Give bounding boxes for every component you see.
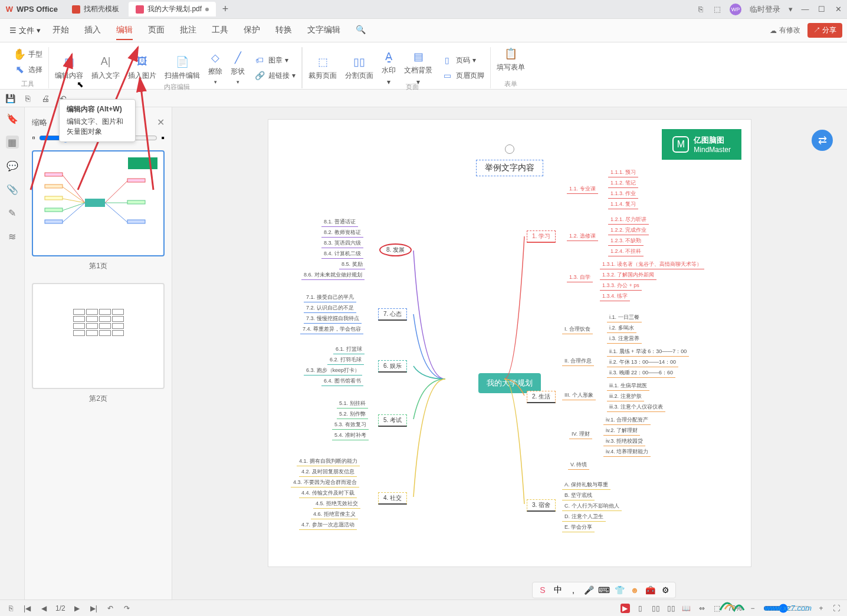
leaf-8-2[interactable]: 8.2. 教师资格证 <box>321 228 363 238</box>
select-tool[interactable]: ⬉选择 <box>13 62 42 77</box>
export-button[interactable]: ⎘ <box>22 93 33 104</box>
leaf-2-3-3[interactable]: iii.3. 注意个人仪容仪表 <box>607 403 665 412</box>
hand-tool[interactable]: ✋手型 <box>13 47 42 61</box>
ime-icon[interactable]: 中 <box>553 585 563 595</box>
leaf-1-2-1[interactable]: 1.2.1. 尽力听讲 <box>608 215 649 225</box>
signature-icon[interactable]: ✎ <box>6 206 19 219</box>
view-two-icon[interactable]: ▯▯ <box>667 604 676 613</box>
leaf-2-1[interactable]: I. 合理饮食 <box>562 325 593 334</box>
thumbnail-page-2[interactable] <box>32 283 165 389</box>
leaf-2-1-3[interactable]: i.3. 注意营养 <box>607 334 642 344</box>
panel-close-icon[interactable]: ✕ <box>157 117 165 128</box>
leaf-2-3-2[interactable]: iii.2. 注意护肤 <box>607 392 644 401</box>
leaf-8-3[interactable]: 8.3. 英语四六级 <box>321 239 363 248</box>
scan-edit-button[interactable]: 📄扫描件编辑 <box>165 55 200 81</box>
zoom-in-thumb-icon[interactable]: ▪ <box>161 133 165 143</box>
tab-convert[interactable]: 转换 <box>275 21 292 40</box>
leaf-5-1[interactable]: 5.1. 别挂科 <box>337 399 368 409</box>
tab-edit[interactable]: 编辑 <box>116 21 133 40</box>
leaf-1-1-2[interactable]: 1.1.2. 笔记 <box>608 179 638 188</box>
tab-templates[interactable]: 找稻壳模板 <box>65 2 126 17</box>
leaf-2-1-2[interactable]: i.2. 多喝水 <box>607 324 636 333</box>
leaf-2-3[interactable]: III. 个人形象 <box>562 391 596 400</box>
leaf-2-3-1[interactable]: iii.1. 生病早就医 <box>607 381 649 391</box>
leaf-4-3[interactable]: 4.3. 不要因为迎合群而迎合 <box>291 478 359 487</box>
has-changes[interactable]: ☁ 有修改 <box>770 25 800 35</box>
leaf-8-1[interactable]: 8.1. 普通话证 <box>321 218 358 227</box>
leaf-3-2[interactable]: B. 坚守底线 <box>562 491 595 500</box>
mindmap-root[interactable]: 我的大学规划 <box>478 373 541 393</box>
gear-icon[interactable]: ⚙ <box>660 585 671 595</box>
leaf-1-2-2[interactable]: 1.2.2. 完成作业 <box>608 226 649 235</box>
page-number-button[interactable]: ▯页码▾ <box>441 53 484 67</box>
leaf-1-3-2[interactable]: 1.3.2. 了解国内外新闻 <box>600 271 656 280</box>
leaf-4-4[interactable]: 4.4. 传输文件及时下载 <box>299 489 357 498</box>
nav-prev-page[interactable]: ◀ <box>39 604 48 613</box>
view-cont-icon[interactable]: ▯▯ <box>651 604 661 613</box>
sogou-icon[interactable]: S <box>537 585 548 595</box>
bookmark-icon[interactable]: 🔖 <box>6 112 19 125</box>
leaf-2-5[interactable]: V. 待填 <box>568 460 589 470</box>
maximize-button[interactable]: ☐ <box>818 5 826 14</box>
example-text-box[interactable]: 举例文字内容 <box>476 160 543 176</box>
share-button[interactable]: ↗ 分享 <box>807 23 842 38</box>
layers-icon[interactable]: ≋ <box>6 230 19 243</box>
leaf-6-2[interactable]: 6.2. 打羽毛球 <box>327 355 364 365</box>
tab-annotate[interactable]: 批注 <box>180 21 196 40</box>
leaf-2-4-2[interactable]: iv.2. 了解理财 <box>603 426 640 436</box>
insert-text-button[interactable]: A|插入文字 <box>91 55 120 81</box>
zoom-out-thumb-icon[interactable]: ▫ <box>32 133 35 143</box>
leaf-1-3-1[interactable]: 1.3.1. 读名著（鬼谷子、高情商聊天术等） <box>600 260 704 269</box>
leaf-1-3[interactable]: 1.3. 自学 <box>567 273 593 282</box>
nav-back-icon[interactable]: ↶ <box>106 604 115 613</box>
crop-page-button[interactable]: ⬚裁剪页面 <box>308 55 337 81</box>
view-single-icon[interactable]: ▯ <box>636 604 645 613</box>
leaf-4-2[interactable]: 4.2. 及时回复朋友信息 <box>299 467 357 477</box>
nav-fwd-icon[interactable]: ↷ <box>122 604 132 613</box>
attachment-icon[interactable]: 📎 <box>6 183 19 196</box>
leaf-4-6[interactable]: 4.6. 拒绝官僚主义 <box>311 510 358 519</box>
floating-action-button[interactable]: ⇄ <box>812 130 833 151</box>
node-3[interactable]: 3. 宿舍 <box>527 499 556 512</box>
leaf-3-4[interactable]: D. 注意个人卫生 <box>562 512 606 522</box>
leaf-6-1[interactable]: 6.1. 打篮球 <box>333 345 365 354</box>
thumbnail-icon[interactable]: ▦ <box>6 136 19 149</box>
leaf-8-5[interactable]: 8.5. 奖励 <box>339 260 365 269</box>
leaf-2-4-1[interactable]: iv.1. 合理分配资产 <box>603 416 651 425</box>
leaf-8-4[interactable]: 8.4. 计算机二级 <box>321 249 363 259</box>
mic-icon[interactable]: 🎤 <box>583 585 594 595</box>
header-footer-button[interactable]: ▭页眉页脚 <box>441 68 484 83</box>
leaf-6-4[interactable]: 6.4. 图书馆看书 <box>321 377 363 386</box>
node-8[interactable]: 8. 发展 <box>379 243 412 256</box>
nav-first-page[interactable]: |◀ <box>22 604 32 613</box>
leaf-4-1[interactable]: 4.1. 拥有自我判断的能力 <box>297 457 360 466</box>
leaf-4-5[interactable]: 4.5. 拒绝无效社交 <box>313 499 360 509</box>
leaf-2-4-3[interactable]: iv.3. 拒绝校园贷 <box>603 437 645 446</box>
nav-last-page[interactable]: ▶| <box>89 604 99 613</box>
zoom-out-icon[interactable]: − <box>748 604 757 613</box>
login-status[interactable]: 临时登录 <box>750 4 780 15</box>
leaf-2-1-1[interactable]: i.1. 一日三餐 <box>607 313 642 322</box>
cube-icon[interactable]: ⬚ <box>713 5 721 14</box>
node-5[interactable]: 5. 考试 <box>378 414 407 427</box>
erase-button[interactable]: ◇擦除▾ <box>208 51 222 85</box>
leaf-3-3[interactable]: C. 个人行为不影响他人 <box>562 502 622 511</box>
file-menu[interactable]: ☰ 文件 ▾ <box>5 23 45 38</box>
tab-tools[interactable]: 工具 <box>212 21 228 40</box>
leaf-1-1-3[interactable]: 1.1.3. 作业 <box>608 189 638 199</box>
tab-add-button[interactable]: + <box>218 2 232 16</box>
leaf-4-7[interactable]: 4.7. 参加一次志愿活动 <box>299 521 357 530</box>
leaf-2-4[interactable]: IV. 理财 <box>569 430 592 439</box>
leaf-5-3[interactable]: 5.3. 有效复习 <box>332 420 369 430</box>
zoom-in-icon[interactable]: + <box>816 604 826 613</box>
tab-document[interactable]: 我的大学规划.pdf <box>129 2 216 17</box>
record-icon[interactable]: ▶ <box>621 604 630 613</box>
node-2[interactable]: 2. 生活 <box>527 391 556 403</box>
toolbox-icon[interactable]: 🧰 <box>645 585 655 595</box>
leaf-1-2[interactable]: 1.2. 选修课 <box>567 232 598 241</box>
hyperlink-button[interactable]: 🔗超链接▾ <box>253 68 296 83</box>
view-book-icon[interactable]: 📖 <box>682 604 691 613</box>
leaf-5-2[interactable]: 5.2. 别作弊 <box>337 410 368 419</box>
leaf-6-3[interactable]: 6.3. 跑步（keep打卡） <box>304 366 362 375</box>
comment-icon[interactable]: 💬 <box>6 159 19 172</box>
